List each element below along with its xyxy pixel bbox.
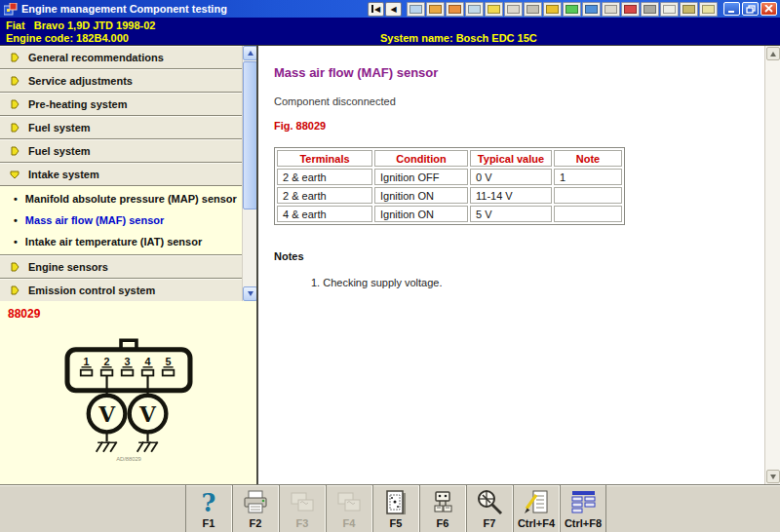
submenu-item-label: Manifold absolute pressure (MAP) sensor [25,193,237,205]
vehicle-header: Fiat Bravo 1,9D JTD 1998-02 Engine code:… [0,18,780,45]
sidebar-menu: General recommendations Service adjustme… [0,46,256,301]
f7-label: F7 [484,517,496,530]
titlebar: Engine management Component testing ◀ ◀ [0,0,780,18]
figure-panel: 88029 1 2 3 4 5 [0,301,256,484]
f7-inspect-button[interactable]: F7 [466,485,513,532]
table-row: 2 & earth Ignition ON 11-14 V [277,187,622,204]
manual-icon[interactable] [407,2,425,17]
sidebar-item-label: Intake system [28,169,99,180]
connector-diagram: 1 2 3 4 5 [55,328,203,464]
pin-number: 3 [124,356,130,367]
cell-condition: Ignition ON [374,187,468,204]
sidebar-item-fuel-system-1[interactable]: Fuel system [0,116,242,139]
submenu-item-label: Mass air flow (MAF) sensor [25,214,164,226]
cell-typical-value: 5 V [470,206,552,222]
scroll-down-button[interactable] [766,470,780,483]
f2-label: F2 [250,517,262,530]
first-page-button[interactable]: ◀ [368,2,384,17]
gauges-icon[interactable] [426,2,445,17]
f1-help-button[interactable]: ? F1 [185,485,232,532]
col-header-terminals: Terminals [277,150,372,167]
printer-green-icon[interactable] [563,2,581,17]
diamond-collapsed-icon [10,285,20,295]
warning-lamps-icon[interactable] [543,2,562,17]
keys-glyph [682,5,695,14]
timer-glyph [702,5,715,14]
service-tools-icon[interactable] [446,2,464,17]
voltmeter-symbol: V [98,402,116,427]
adjustments-disabled-icon[interactable] [504,2,523,17]
submenu-item-maf-sensor[interactable]: Mass air flow (MAF) sensor [0,209,242,231]
pictures-icon [287,487,318,517]
diamond-collapsed-icon [10,99,20,109]
battery-test-icon[interactable] [485,2,503,17]
ground-symbol [96,442,157,452]
status-text: Component disconnected [274,95,753,107]
arrow-up-icon [770,52,776,57]
intake-system-submenu: Manifold absolute pressure (MAP) sensor … [0,186,242,255]
ctrl-f4-notes-button[interactable]: Ctrl+F4 [513,485,560,532]
scroll-up-button[interactable] [243,46,256,60]
diamond-collapsed-icon [10,146,20,156]
data-table-icon [567,487,599,517]
sidebar-scrollbar[interactable] [242,46,256,301]
col-header-typical-value: Typical value [470,150,552,167]
back-button[interactable]: ◀ [385,2,402,17]
close-button[interactable] [760,2,777,16]
sidebar-item-label: Fuel system [28,122,91,133]
cell-terminals: 4 & earth [277,206,372,222]
sidebar-item-general-recommendations[interactable]: General recommendations [0,46,242,69]
diamond-collapsed-icon [10,76,20,86]
figure-reference: Fig. 88029 [274,120,753,132]
sidebar-item-engine-sensors[interactable]: Engine sensors [0,255,242,279]
warning-lamps-glyph [546,5,559,14]
back-arrow-icon: ◀ [390,5,396,14]
sidebar-item-intake-system[interactable]: Intake system [0,163,242,186]
arrow-down-icon [770,475,776,479]
inspection-icon[interactable] [465,2,484,17]
diagnostic-tool-icon[interactable] [524,2,542,17]
wheel-icon[interactable] [641,2,659,17]
diamond-collapsed-icon [10,262,20,272]
table-header-row: Terminals Condition Typical value Note [277,150,622,167]
page-title: Mass air flow (MAF) sensor [274,65,753,80]
ctrl-f8-data-table-button[interactable]: Ctrl+F8 [560,485,606,532]
f2-print-button[interactable]: F2 [232,485,279,532]
cell-typical-value: 11-14 V [470,187,552,204]
sidebar-item-pre-heating-system[interactable]: Pre-heating system [0,93,242,116]
content-scrollbar[interactable] [764,46,780,484]
sidebar-item-fuel-system-2[interactable]: Fuel system [0,139,242,163]
sidebar-item-label: Engine sensors [28,261,108,273]
scroll-thumb[interactable] [243,61,256,209]
sidebar-item-service-adjustments[interactable]: Service adjustments [0,69,242,93]
sidebar: General recommendations Service adjustme… [0,46,256,484]
component-test-icon [427,487,458,517]
keys-icon[interactable] [680,2,698,17]
scroll-down-button[interactable] [243,286,256,301]
manual-glyph [410,5,422,14]
note-item: 1. Checking supply voltage. [311,277,753,288]
sidebar-item-label: Pre-heating system [28,98,127,110]
help-icon: ? [194,487,223,517]
submenu-item-map-sensor[interactable]: Manifold absolute pressure (MAP) sensor [0,188,242,209]
submenu-item-iat-sensor[interactable]: Intake air temperature (IAT) sensor [0,231,242,252]
diamond-collapsed-icon [10,53,20,62]
f6-component-test-button[interactable]: F6 [419,485,466,532]
timer-icon[interactable] [699,2,718,17]
f5-ecu-button[interactable]: F5 [372,485,419,532]
sidebar-item-label: General recommendations [28,52,164,63]
minimize-button[interactable] [723,2,740,16]
arrow-up-icon [248,51,254,56]
printer-green-glyph [566,5,578,14]
suspension-icon[interactable] [660,2,679,17]
ctrl-f8-label: Ctrl+F8 [565,517,602,530]
edit-notes-icon [521,487,552,517]
restore-button[interactable] [742,2,759,16]
diamond-collapsed-icon [10,123,20,133]
magnifier-icon [474,487,505,517]
sidebar-item-emission-control-system[interactable]: Emission control system [0,279,242,301]
tyres-disabled-icon[interactable] [602,2,620,17]
engine-unit-icon[interactable] [621,2,640,17]
bodywork-icon[interactable] [582,2,601,17]
scroll-up-button[interactable] [766,47,780,60]
